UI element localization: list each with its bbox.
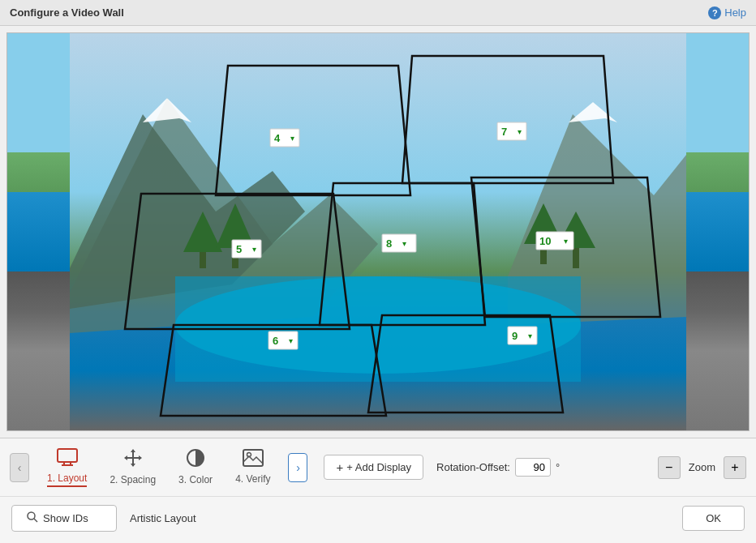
svg-text:▾: ▾ [402,239,406,248]
step-4-verify[interactable]: 4. Verify [224,449,281,486]
step-2-spacing[interactable]: 2. Spacing [98,448,167,487]
zoom-group: − Zoom + [658,456,746,479]
svg-text:▾: ▾ [528,331,532,340]
svg-line-51 [34,519,37,522]
main-content: 4 ▾ 7 ▾ 5 ▾ 8 ▾ 10 ▾ [0,26,756,543]
zoom-out-button[interactable]: − [658,456,681,479]
svg-text:▾: ▾ [518,127,522,136]
display-7-label: 7 [501,126,507,138]
title-bar: Configure a Video Wall ? Help [0,0,756,26]
step-1-layout[interactable]: 1. Layout [36,448,98,487]
rotation-input[interactable] [515,458,551,477]
monitor-icon [57,448,78,471]
step-4-label: 4. Verify [235,473,270,486]
window-title: Configure a Video Wall [10,6,124,19]
show-ids-button[interactable]: Show IDs [11,505,117,532]
display-5-label: 5 [236,243,242,255]
svg-point-50 [28,512,35,519]
display-9-label: 9 [512,330,518,342]
svg-text:▾: ▾ [289,336,293,345]
add-display-label: + Add Display [346,461,411,473]
add-display-button[interactable]: + + Add Display [324,455,423,480]
display-6-label: 6 [273,335,278,347]
action-bar: Show IDs Artistic Layout OK [0,497,756,540]
zoom-label: Zoom [684,461,720,473]
help-icon: ? [708,6,721,19]
help-label: Help [724,6,746,19]
rotation-group: Rotation-Offset: ° [436,458,560,477]
search-icon [27,511,38,525]
svg-text:▾: ▾ [290,134,294,143]
svg-rect-37 [58,449,77,462]
rotation-unit: ° [556,461,560,473]
display-4-label: 4 [274,132,281,144]
bottom-controls: ‹ 1. Layout [0,438,756,543]
display-panels-svg: 4 ▾ 7 ▾ 5 ▾ 8 ▾ 10 ▾ [7,33,749,430]
svg-text:▾: ▾ [564,237,568,246]
help-link[interactable]: ? Help [708,6,746,19]
artistic-layout-label: Artistic Layout [130,512,196,524]
contrast-icon [186,448,205,472]
svg-marker-46 [139,455,142,460]
plus-icon: + [336,460,343,474]
next-step-button[interactable]: › [288,453,307,482]
svg-text:▾: ▾ [252,245,256,254]
video-wall-canvas[interactable]: 4 ▾ 7 ▾ 5 ▾ 8 ▾ 10 ▾ [6,32,750,431]
svg-rect-48 [243,450,263,466]
image-icon [243,449,264,472]
step-3-label: 3. Color [178,474,213,487]
svg-marker-45 [124,455,127,460]
step-2-label: 2. Spacing [110,474,156,487]
display-8-label: 8 [386,237,392,250]
svg-marker-43 [131,449,135,452]
show-ids-label: Show IDs [43,512,88,524]
ok-button[interactable]: OK [682,506,745,531]
move-icon [123,448,143,472]
step-3-color[interactable]: 3. Color [167,448,224,487]
step-1-label: 1. Layout [47,472,87,487]
svg-marker-44 [131,464,135,467]
prev-step-button[interactable]: ‹ [10,453,29,482]
steps-toolbar: ‹ 1. Layout [0,438,756,497]
zoom-in-button[interactable]: + [724,456,746,479]
rotation-label: Rotation-Offset: [436,461,510,473]
display-10-label: 10 [539,235,551,247]
